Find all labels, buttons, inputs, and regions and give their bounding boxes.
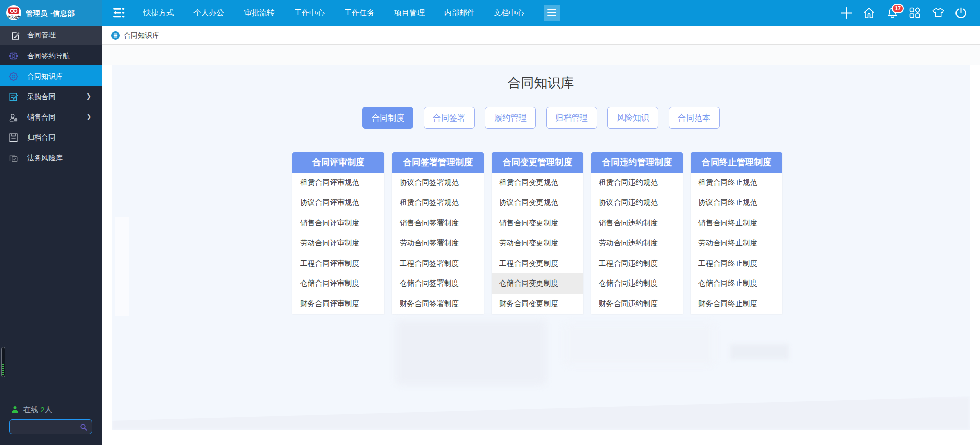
svg-text:华天动力: 华天动力 — [7, 15, 20, 19]
